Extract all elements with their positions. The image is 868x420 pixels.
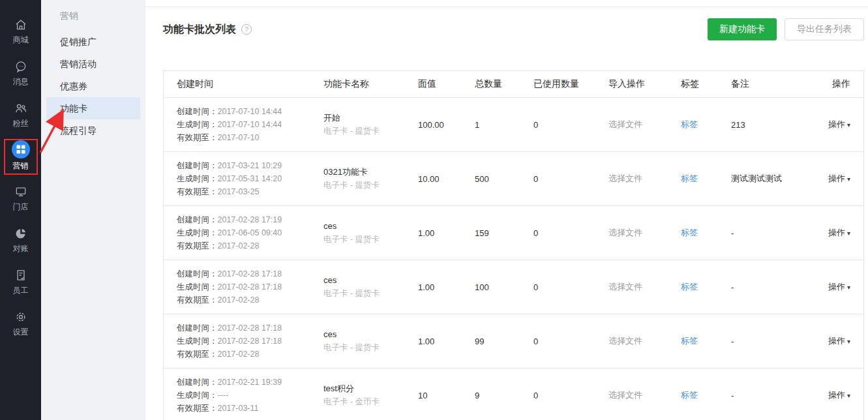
fans-icon	[13, 100, 29, 116]
choose-file-button[interactable]: 选择文件	[608, 173, 642, 183]
sidebar-item-label: 门店	[13, 202, 29, 213]
action-dropdown[interactable]: 操作▾	[828, 390, 850, 400]
cell-card-name: 开始 电子卡 - 提货卡	[323, 112, 418, 138]
sidebar-item-label: 粉丝	[13, 118, 29, 129]
home-icon	[13, 17, 29, 33]
cell-face-value: 1.00	[418, 337, 475, 346]
cell-remark: 213	[731, 120, 809, 130]
cell-face-value: 1.00	[418, 282, 475, 292]
cell-total: 500	[475, 174, 533, 184]
tag-link[interactable]: 标签	[681, 228, 698, 237]
cell-total: 100	[475, 282, 533, 292]
cell-total: 99	[475, 337, 533, 346]
cell-used: 0	[533, 174, 608, 184]
sidebar-item-label: 商城	[13, 35, 29, 46]
choose-file-button[interactable]: 选择文件	[608, 119, 642, 129]
cell-used: 0	[533, 228, 608, 238]
caret-down-icon: ▾	[847, 392, 850, 399]
submenu-item-promotion[interactable]: 促销推广	[46, 31, 140, 53]
sidebar-item-settings[interactable]: 设置	[0, 309, 41, 351]
cell-remark: -	[731, 337, 809, 346]
column-header: 已使用数量	[533, 78, 608, 90]
submenu-item-coupons[interactable]: 优惠券	[46, 75, 140, 97]
sidebar-item-marketing[interactable]: 营销	[0, 142, 41, 184]
action-dropdown[interactable]: 操作▾	[828, 336, 850, 346]
action-dropdown[interactable]: 操作▾	[828, 173, 850, 183]
store-icon	[13, 184, 29, 200]
tag-link[interactable]: 标签	[681, 119, 698, 129]
message-icon	[13, 59, 29, 74]
cell-face-value: 100.00	[418, 120, 475, 130]
column-header: 备注	[731, 78, 809, 90]
cell-total: 9	[475, 391, 533, 400]
action-dropdown[interactable]: 操作▾	[828, 119, 850, 129]
submenu-item-function-cards[interactable]: 功能卡	[46, 97, 140, 119]
submenu-item-campaigns[interactable]: 营销活动	[46, 53, 140, 75]
choose-file-button[interactable]: 选择文件	[608, 336, 642, 346]
caret-down-icon: ▾	[847, 284, 850, 291]
cell-card-name: ces 电子卡 - 提货卡	[323, 220, 418, 246]
column-header: 导入操作	[608, 78, 681, 90]
sidebar-item-fans[interactable]: 粉丝	[0, 100, 41, 142]
tag-link[interactable]: 标签	[681, 390, 698, 400]
choose-file-button[interactable]: 选择文件	[608, 282, 642, 292]
sidebar-item-label: 员工	[13, 285, 29, 296]
caret-down-icon: ▾	[847, 230, 850, 237]
tag-link[interactable]: 标签	[681, 173, 698, 183]
sidebar-item-label: 营销	[13, 160, 29, 172]
action-dropdown[interactable]: 操作▾	[828, 282, 850, 292]
column-header: 功能卡名称	[323, 78, 418, 90]
create-function-card-button[interactable]: 新建功能卡	[708, 18, 777, 40]
cell-card-name: ces 电子卡 - 提货卡	[323, 328, 418, 354]
sidebar-item-staff[interactable]: 员工	[0, 267, 41, 309]
cell-used: 0	[533, 391, 608, 400]
cell-dates: 创建时间：2017-02-28 17:18 生成时间：2017-02-28 17…	[177, 322, 323, 361]
cell-dates: 创建时间：2017-07-10 14:44 生成时间：2017-07-10 14…	[177, 105, 323, 144]
marketing-grid-icon	[16, 144, 26, 155]
table-row: 创建时间：2017-02-21 19:39 生成时间：---- 有效期至：201…	[164, 368, 863, 420]
secondary-sidebar: 营销 促销推广 营销活动 优惠券 功能卡 流程引导	[41, 0, 145, 420]
gear-icon	[13, 309, 29, 325]
submenu-title: 营销	[41, 4, 145, 31]
column-header: 创建时间	[177, 78, 323, 90]
choose-file-button[interactable]: 选择文件	[608, 228, 642, 237]
cell-card-name: 0321功能卡 电子卡 - 提货卡	[323, 166, 418, 192]
tag-link[interactable]: 标签	[681, 282, 698, 292]
sidebar-item-stores[interactable]: 门店	[0, 184, 41, 226]
sidebar-item-reconciliation[interactable]: 对账	[0, 226, 41, 267]
main-content: 功能卡批次列表 ? 新建功能卡 导出任务列表 创建时间 功能卡名称 面值 总数量…	[145, 0, 868, 420]
cell-used: 0	[533, 337, 608, 346]
column-header: 面值	[418, 78, 475, 90]
cell-face-value: 10	[418, 391, 475, 400]
sidebar-item-messages[interactable]: 消息	[0, 59, 41, 100]
column-header: 操作	[809, 78, 850, 90]
cell-total: 159	[475, 228, 533, 238]
column-header: 标签	[681, 78, 731, 90]
caret-down-icon: ▾	[847, 175, 850, 183]
sidebar-item-label: 设置	[13, 327, 29, 338]
cell-remark: -	[731, 282, 809, 292]
export-task-list-button[interactable]: 导出任务列表	[785, 18, 864, 40]
tag-link[interactable]: 标签	[681, 336, 698, 346]
action-dropdown[interactable]: 操作▾	[828, 228, 850, 237]
caret-down-icon: ▾	[847, 338, 850, 345]
cell-card-name: test积分 电子卡 - 金币卡	[323, 382, 418, 408]
cell-remark: -	[731, 228, 809, 238]
help-icon[interactable]: ?	[241, 24, 252, 35]
cell-used: 0	[533, 120, 608, 130]
table-row: 创建时间：2017-07-10 14:44 生成时间：2017-07-10 14…	[164, 98, 863, 152]
cell-face-value: 1.00	[418, 228, 475, 238]
sidebar-item-label: 对账	[13, 243, 29, 254]
top-divider	[145, 0, 868, 7]
cell-remark: -	[731, 391, 809, 400]
choose-file-button[interactable]: 选择文件	[608, 390, 642, 400]
table-header-row: 创建时间 功能卡名称 面值 总数量 已使用数量 导入操作 标签 备注 操作	[164, 71, 863, 98]
table-row: 创建时间：2017-03-21 10:29 生成时间：2017-05-31 14…	[164, 152, 863, 206]
sidebar-item-mall[interactable]: 商城	[0, 17, 41, 59]
submenu-item-flow-guide[interactable]: 流程引导	[46, 119, 140, 142]
table-row: 创建时间：2017-02-28 17:18 生成时间：2017-02-28 17…	[164, 314, 863, 368]
cell-dates: 创建时间：2017-02-28 17:19 生成时间：2017-06-05 09…	[177, 213, 323, 252]
page-title: 功能卡批次列表	[163, 23, 236, 37]
cell-card-name: ces 电子卡 - 提货卡	[323, 274, 418, 300]
sidebar-item-label: 消息	[13, 76, 29, 87]
